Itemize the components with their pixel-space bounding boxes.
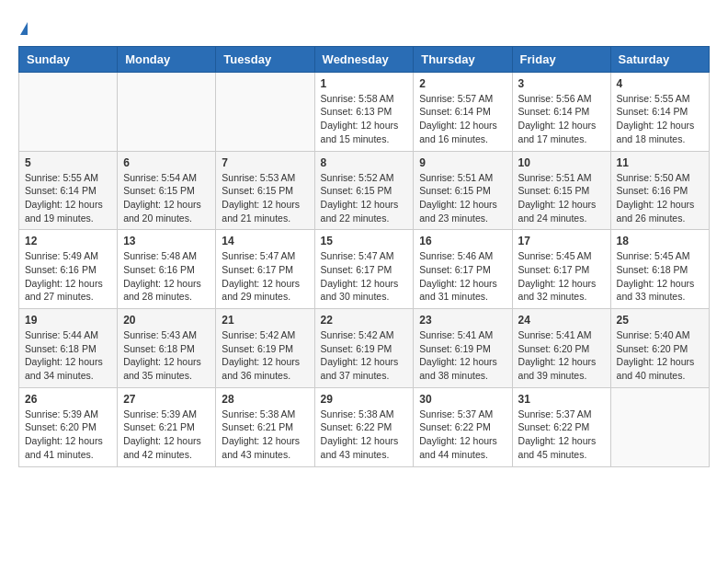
day-info: Sunrise: 5:48 AM Sunset: 6:16 PM Dayligh… xyxy=(123,249,210,304)
day-info: Sunrise: 5:39 AM Sunset: 6:20 PM Dayligh… xyxy=(25,408,111,462)
day-number: 5 xyxy=(25,156,111,169)
day-info: Sunrise: 5:39 AM Sunset: 6:21 PM Dayligh… xyxy=(123,408,210,462)
day-number: 9 xyxy=(419,156,506,169)
day-number: 12 xyxy=(25,235,111,247)
day-number: 14 xyxy=(222,235,308,247)
calendar-cell: 15Sunrise: 5:47 AM Sunset: 6:17 PM Dayli… xyxy=(314,230,414,309)
day-info: Sunrise: 5:37 AM Sunset: 6:22 PM Dayligh… xyxy=(518,408,605,462)
calendar-week-row: 12Sunrise: 5:49 AM Sunset: 6:16 PM Dayli… xyxy=(19,230,710,309)
day-info: Sunrise: 5:46 AM Sunset: 6:17 PM Dayligh… xyxy=(419,249,506,304)
calendar-cell xyxy=(610,387,709,466)
calendar-cell: 13Sunrise: 5:48 AM Sunset: 6:16 PM Dayli… xyxy=(118,230,216,309)
calendar-week-row: 26Sunrise: 5:39 AM Sunset: 6:20 PM Dayli… xyxy=(19,387,710,466)
day-number: 7 xyxy=(222,156,308,169)
calendar-cell: 28Sunrise: 5:38 AM Sunset: 6:21 PM Dayli… xyxy=(216,387,314,466)
calendar-cell: 2Sunrise: 5:57 AM Sunset: 6:14 PM Daylig… xyxy=(414,72,512,151)
day-info: Sunrise: 5:41 AM Sunset: 6:20 PM Dayligh… xyxy=(518,328,605,383)
calendar-cell: 3Sunrise: 5:56 AM Sunset: 6:14 PM Daylig… xyxy=(512,72,610,151)
calendar-cell: 4Sunrise: 5:55 AM Sunset: 6:14 PM Daylig… xyxy=(610,72,709,151)
day-number: 8 xyxy=(321,156,408,169)
calendar-cell xyxy=(19,72,118,151)
day-info: Sunrise: 5:43 AM Sunset: 6:18 PM Dayligh… xyxy=(123,328,210,383)
day-info: Sunrise: 5:51 AM Sunset: 6:15 PM Dayligh… xyxy=(518,171,605,225)
day-info: Sunrise: 5:52 AM Sunset: 6:15 PM Dayligh… xyxy=(321,171,408,225)
calendar-header-wednesday: Wednesday xyxy=(314,46,414,72)
logo xyxy=(18,18,28,37)
calendar-header-monday: Monday xyxy=(118,46,216,72)
day-info: Sunrise: 5:38 AM Sunset: 6:21 PM Dayligh… xyxy=(222,408,308,462)
calendar-cell: 1Sunrise: 5:58 AM Sunset: 6:13 PM Daylig… xyxy=(314,72,414,151)
calendar-cell: 14Sunrise: 5:47 AM Sunset: 6:17 PM Dayli… xyxy=(216,230,314,309)
day-info: Sunrise: 5:51 AM Sunset: 6:15 PM Dayligh… xyxy=(419,171,506,225)
calendar-header-row: SundayMondayTuesdayWednesdayThursdayFrid… xyxy=(19,46,710,72)
calendar-cell xyxy=(216,72,314,151)
day-number: 18 xyxy=(617,235,703,247)
day-info: Sunrise: 5:37 AM Sunset: 6:22 PM Dayligh… xyxy=(419,408,506,462)
day-number: 4 xyxy=(617,77,703,90)
calendar-cell: 16Sunrise: 5:46 AM Sunset: 6:17 PM Dayli… xyxy=(414,230,512,309)
day-info: Sunrise: 5:40 AM Sunset: 6:20 PM Dayligh… xyxy=(617,328,703,383)
calendar-header-thursday: Thursday xyxy=(414,46,512,72)
calendar-cell: 6Sunrise: 5:54 AM Sunset: 6:15 PM Daylig… xyxy=(118,151,216,230)
day-number: 31 xyxy=(518,393,605,406)
calendar-cell: 29Sunrise: 5:38 AM Sunset: 6:22 PM Dayli… xyxy=(314,387,414,466)
calendar-cell: 5Sunrise: 5:55 AM Sunset: 6:14 PM Daylig… xyxy=(19,151,118,230)
calendar-week-row: 19Sunrise: 5:44 AM Sunset: 6:18 PM Dayli… xyxy=(19,309,710,388)
day-number: 15 xyxy=(321,235,408,247)
day-info: Sunrise: 5:44 AM Sunset: 6:18 PM Dayligh… xyxy=(25,328,111,383)
calendar-header-sunday: Sunday xyxy=(19,46,118,72)
day-info: Sunrise: 5:42 AM Sunset: 6:19 PM Dayligh… xyxy=(321,328,408,383)
calendar-cell: 19Sunrise: 5:44 AM Sunset: 6:18 PM Dayli… xyxy=(19,309,118,388)
day-number: 21 xyxy=(222,314,308,327)
calendar-cell: 25Sunrise: 5:40 AM Sunset: 6:20 PM Dayli… xyxy=(610,309,709,388)
day-info: Sunrise: 5:55 AM Sunset: 6:14 PM Dayligh… xyxy=(617,92,703,146)
day-info: Sunrise: 5:47 AM Sunset: 6:17 PM Dayligh… xyxy=(321,249,408,304)
day-number: 1 xyxy=(321,77,408,90)
day-info: Sunrise: 5:57 AM Sunset: 6:14 PM Dayligh… xyxy=(419,92,506,146)
calendar-cell: 11Sunrise: 5:50 AM Sunset: 6:16 PM Dayli… xyxy=(610,151,709,230)
calendar-cell: 18Sunrise: 5:45 AM Sunset: 6:18 PM Dayli… xyxy=(610,230,709,309)
day-number: 23 xyxy=(419,314,506,327)
calendar-header-saturday: Saturday xyxy=(610,46,709,72)
day-info: Sunrise: 5:54 AM Sunset: 6:15 PM Dayligh… xyxy=(123,171,210,225)
page-header xyxy=(18,18,710,37)
day-number: 26 xyxy=(25,393,111,406)
day-number: 2 xyxy=(419,77,506,90)
calendar-cell: 26Sunrise: 5:39 AM Sunset: 6:20 PM Dayli… xyxy=(19,387,118,466)
calendar-cell: 21Sunrise: 5:42 AM Sunset: 6:19 PM Dayli… xyxy=(216,309,314,388)
logo-triangle-icon xyxy=(20,22,28,35)
day-info: Sunrise: 5:49 AM Sunset: 6:16 PM Dayligh… xyxy=(25,249,111,304)
calendar-cell: 30Sunrise: 5:37 AM Sunset: 6:22 PM Dayli… xyxy=(414,387,512,466)
day-info: Sunrise: 5:47 AM Sunset: 6:17 PM Dayligh… xyxy=(222,249,308,304)
day-info: Sunrise: 5:38 AM Sunset: 6:22 PM Dayligh… xyxy=(321,408,408,462)
calendar-cell: 7Sunrise: 5:53 AM Sunset: 6:15 PM Daylig… xyxy=(216,151,314,230)
day-info: Sunrise: 5:58 AM Sunset: 6:13 PM Dayligh… xyxy=(321,92,408,146)
calendar-header-friday: Friday xyxy=(512,46,610,72)
day-number: 29 xyxy=(321,393,408,406)
calendar-cell: 9Sunrise: 5:51 AM Sunset: 6:15 PM Daylig… xyxy=(414,151,512,230)
day-number: 24 xyxy=(518,314,605,327)
day-number: 20 xyxy=(123,314,210,327)
calendar-table: SundayMondayTuesdayWednesdayThursdayFrid… xyxy=(18,46,710,467)
calendar-cell: 17Sunrise: 5:45 AM Sunset: 6:17 PM Dayli… xyxy=(512,230,610,309)
calendar-cell: 24Sunrise: 5:41 AM Sunset: 6:20 PM Dayli… xyxy=(512,309,610,388)
calendar-header-tuesday: Tuesday xyxy=(216,46,314,72)
day-number: 10 xyxy=(518,156,605,169)
calendar-cell xyxy=(118,72,216,151)
day-number: 13 xyxy=(123,235,210,247)
calendar-cell: 20Sunrise: 5:43 AM Sunset: 6:18 PM Dayli… xyxy=(118,309,216,388)
calendar-cell: 10Sunrise: 5:51 AM Sunset: 6:15 PM Dayli… xyxy=(512,151,610,230)
day-number: 27 xyxy=(123,393,210,406)
day-number: 19 xyxy=(25,314,111,327)
day-info: Sunrise: 5:55 AM Sunset: 6:14 PM Dayligh… xyxy=(25,171,111,225)
day-number: 3 xyxy=(518,77,605,90)
day-number: 16 xyxy=(419,235,506,247)
calendar-cell: 8Sunrise: 5:52 AM Sunset: 6:15 PM Daylig… xyxy=(314,151,414,230)
calendar-cell: 31Sunrise: 5:37 AM Sunset: 6:22 PM Dayli… xyxy=(512,387,610,466)
day-number: 30 xyxy=(419,393,506,406)
day-number: 25 xyxy=(617,314,703,327)
day-number: 28 xyxy=(222,393,308,406)
day-info: Sunrise: 5:45 AM Sunset: 6:18 PM Dayligh… xyxy=(617,249,703,304)
calendar-cell: 22Sunrise: 5:42 AM Sunset: 6:19 PM Dayli… xyxy=(314,309,414,388)
day-info: Sunrise: 5:56 AM Sunset: 6:14 PM Dayligh… xyxy=(518,92,605,146)
